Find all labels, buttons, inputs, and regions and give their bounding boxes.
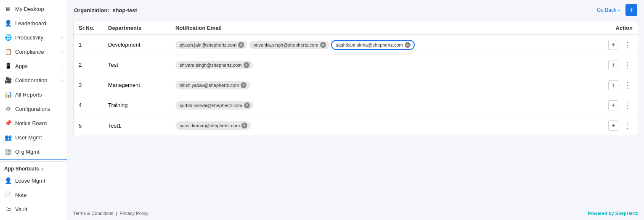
cell-action: + ⋮ [591, 100, 633, 110]
email-tag[interactable]: piyush.jain@shephertz.com✕ [175, 41, 247, 49]
col-email: Notification Email [175, 25, 591, 31]
row-add-email-button[interactable]: + [608, 60, 618, 70]
email-text: surbhi.narwal@shephertz.com [180, 103, 242, 108]
cell-action: + ⋮ [591, 80, 633, 90]
sidebar-label-leaderboard: Leaderboard [15, 20, 46, 26]
leaderboard-icon: 👤 [4, 19, 12, 27]
cell-emails: nitish.yadav@shephertz.com✕ [175, 80, 591, 90]
email-text: sashikant.sinha@shephertz.com [336, 42, 403, 47]
leave-mgmt-icon: 👤 [4, 177, 12, 184]
sidebar-item-apps[interactable]: 📱 Apps › [0, 59, 67, 73]
row-add-email-button[interactable]: + [608, 40, 618, 50]
cell-emails: surbhi.narwal@shephertz.com✕ [175, 100, 591, 110]
sidebar-item-my-desktop[interactable]: 🖥 My Desktop [0, 2, 67, 16]
powered-brand: ShepHertz [615, 211, 638, 216]
email-remove-icon[interactable]: ✕ [241, 82, 246, 88]
row-add-email-button[interactable]: + [608, 120, 618, 131]
cell-dept: Training [108, 102, 175, 108]
sidebar-item-compliance[interactable]: 📋 Compliance › [0, 45, 67, 59]
chevron-icon: › [61, 50, 63, 54]
dept-table: Sr.No. Departments Notification Email Ac… [73, 21, 638, 136]
collaboration-icon: 🎥 [4, 76, 12, 84]
compliance-icon: 📋 [4, 48, 12, 55]
add-org-button[interactable]: + [625, 4, 637, 16]
col-action: Action [591, 25, 633, 31]
footer-separator: | [116, 211, 117, 216]
terms-link[interactable]: Terms & Conditions [73, 211, 113, 216]
email-tag[interactable]: sumit.kumar@shephertz.com✕ [175, 121, 251, 130]
sidebar-shortcut-note[interactable]: 📄 Note [0, 188, 67, 202]
sidebar-item-leaderboard[interactable]: 👤 Leaderboard [0, 16, 67, 30]
row-more-options-icon[interactable]: ⋮ [622, 81, 633, 90]
shortcut-label-leave-mgmt: Leave Mgmt [15, 178, 45, 184]
cell-dept: Management [108, 82, 175, 88]
email-remove-icon[interactable]: ✕ [244, 62, 249, 68]
chevron-icon: › [61, 78, 63, 83]
sidebar-item-productivity[interactable]: 🌐 Productivity › [0, 30, 67, 45]
row-add-email-button[interactable]: + [608, 100, 618, 110]
main-header: Organization: shop-test Go Back ← + [67, 0, 644, 18]
sidebar-item-notice-board[interactable]: 📌 Notice Board [0, 116, 67, 130]
table-body: 1Developmentpiyush.jain@shephertz.com✕pr… [74, 35, 638, 136]
my-desktop-icon: 🖥 [4, 5, 12, 13]
sidebar-item-org-mgmt[interactable]: 🏢 Org Mgmt [0, 144, 67, 160]
shortcut-label-vault: Vault [15, 206, 27, 212]
email-remove-icon[interactable]: ✕ [238, 42, 244, 48]
row-more-options-icon[interactable]: ⋮ [622, 121, 633, 130]
email-remove-icon[interactable]: ✕ [320, 42, 326, 48]
row-more-options-icon[interactable]: ⋮ [622, 101, 633, 110]
cell-action: + ⋮ [591, 40, 633, 50]
app-shortcuts-label: App Shortcuts∨ [0, 163, 67, 173]
footer-links: Terms & Conditions | Privacy Policy [73, 211, 148, 216]
footer: Terms & Conditions | Privacy Policy Powe… [67, 207, 644, 220]
sidebar-item-all-reports[interactable]: 📊 All Reports [0, 87, 67, 102]
email-text: shivam.singh@shephertz.com [180, 63, 242, 68]
row-add-email-button[interactable]: + [608, 80, 618, 90]
sidebar-shortcut-vault[interactable]: 🗂 Vault [0, 202, 67, 216]
email-remove-icon[interactable]: ✕ [241, 123, 247, 128]
sidebar-item-configurations[interactable]: ⚙ Configurations [0, 102, 67, 116]
sidebar-item-user-mgmt[interactable]: 👥 User Mgmt [0, 130, 67, 144]
privacy-link[interactable]: Privacy Policy [119, 211, 148, 216]
table-row: 3Managementnitish.yadav@shephertz.com✕ +… [74, 75, 638, 95]
row-more-options-icon[interactable]: ⋮ [622, 60, 633, 70]
powered-prefix: Powered by [588, 211, 615, 216]
col-srno: Sr.No. [79, 25, 108, 31]
sidebar: 🖥 My Desktop 👤 Leaderboard 🌐 Productivit… [0, 0, 67, 220]
shortcut-label-note: Note [15, 192, 27, 198]
table-row: 1Developmentpiyush.jain@shephertz.com✕pr… [74, 35, 638, 55]
email-text: sumit.kumar@shephertz.com [180, 123, 240, 128]
main-content: Organization: shop-test Go Back ← + Sr.N… [67, 0, 644, 220]
cell-dept: Test [108, 62, 175, 68]
org-name: shop-test [112, 7, 137, 13]
cell-action: + ⋮ [591, 120, 633, 131]
go-back-link[interactable]: Go Back ← [597, 7, 622, 13]
row-more-options-icon[interactable]: ⋮ [622, 40, 633, 50]
email-tag[interactable]: surbhi.narwal@shephertz.com✕ [175, 101, 253, 110]
email-tag[interactable]: priyanka.singh@shephertz.com✕ [249, 41, 329, 49]
email-tag[interactable]: shivam.singh@shephertz.com✕ [175, 61, 253, 69]
cell-srno: 3 [79, 82, 108, 88]
email-remove-icon[interactable]: ✕ [244, 102, 250, 108]
sidebar-item-collaboration[interactable]: 🎥 Collaboration › [0, 73, 67, 87]
org-prefix: Organization: [74, 7, 109, 13]
org-mgmt-icon: 🏢 [4, 148, 12, 155]
chevron-icon: › [61, 35, 63, 40]
user-mgmt-icon: 👥 [4, 134, 12, 141]
sidebar-label-apps: Apps [15, 63, 28, 69]
sidebar-label-collaboration: Collaboration [15, 77, 48, 84]
cell-srno: 1 [79, 42, 108, 48]
email-remove-icon[interactable]: ✕ [405, 42, 411, 48]
apps-icon: 📱 [4, 62, 12, 70]
email-tag[interactable]: sashikant.sinha@shephertz.com✕ [331, 40, 415, 50]
configurations-icon: ⚙ [4, 105, 12, 113]
sidebar-label-org-mgmt: Org Mgmt [15, 149, 40, 155]
email-text: piyush.jain@shephertz.com [180, 42, 236, 47]
table-row: 4Trainingsurbhi.narwal@shephertz.com✕ + … [74, 95, 638, 115]
sidebar-shortcut-leave-mgmt[interactable]: 👤 Leave Mgmt [0, 173, 67, 188]
powered-by: Powered by ShepHertz [588, 211, 638, 216]
table-row: 2Testshivam.singh@shephertz.com✕ + ⋮ [74, 55, 638, 75]
email-tag[interactable]: nitish.yadav@shephertz.com✕ [175, 81, 250, 89]
sidebar-shortcut-asset-mgmt[interactable]: 🖥 Asset Mgmt [0, 216, 67, 220]
cell-emails: sumit.kumar@shephertz.com✕ [175, 120, 591, 131]
